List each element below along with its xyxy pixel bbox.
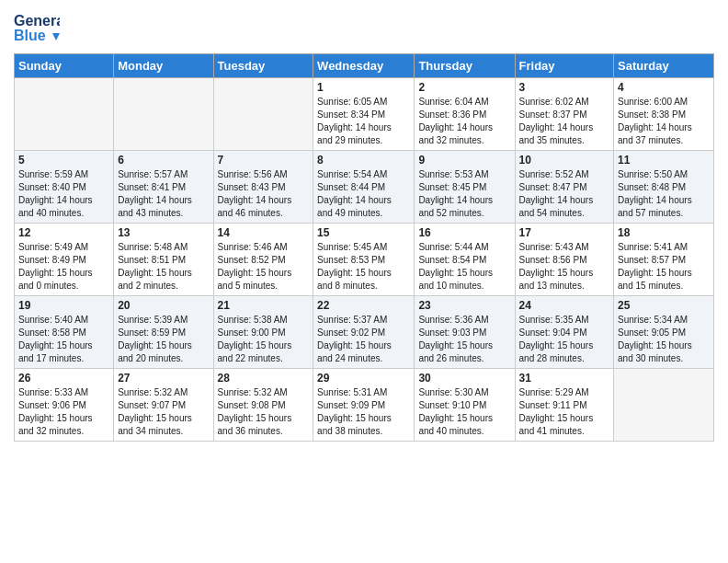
weekday-header-row: SundayMondayTuesdayWednesdayThursdayFrid… (15, 54, 714, 78)
calendar-cell: 6Sunrise: 5:57 AM Sunset: 8:41 PM Daylig… (114, 151, 213, 224)
calendar-cell (614, 369, 714, 442)
calendar-cell: 3Sunrise: 6:02 AM Sunset: 8:37 PM Daylig… (515, 78, 614, 151)
calendar-cell: 29Sunrise: 5:31 AM Sunset: 9:09 PM Dayli… (313, 369, 415, 442)
svg-text:Blue: Blue (14, 28, 46, 43)
calendar-cell: 25Sunrise: 5:34 AM Sunset: 9:05 PM Dayli… (614, 296, 714, 369)
day-number: 29 (317, 372, 410, 385)
weekday-header-monday: Monday (114, 54, 213, 78)
cell-info: Sunrise: 6:05 AM Sunset: 8:34 PM Dayligh… (317, 96, 410, 147)
calendar-cell (15, 78, 114, 151)
calendar-cell: 26Sunrise: 5:33 AM Sunset: 9:06 PM Dayli… (15, 369, 114, 442)
cell-info: Sunrise: 5:48 AM Sunset: 8:51 PM Dayligh… (118, 241, 209, 293)
calendar-cell: 9Sunrise: 5:53 AM Sunset: 8:45 PM Daylig… (415, 151, 515, 224)
cell-info: Sunrise: 5:57 AM Sunset: 8:41 PM Dayligh… (118, 168, 209, 220)
day-number: 19 (18, 299, 109, 312)
day-number: 21 (218, 299, 310, 312)
cell-info: Sunrise: 5:35 AM Sunset: 9:04 PM Dayligh… (519, 314, 610, 365)
day-number: 27 (118, 372, 209, 385)
calendar-cell: 17Sunrise: 5:43 AM Sunset: 8:56 PM Dayli… (515, 224, 614, 296)
calendar-cell: 22Sunrise: 5:37 AM Sunset: 9:02 PM Dayli… (313, 296, 415, 369)
calendar-cell: 21Sunrise: 5:38 AM Sunset: 9:00 PM Dayli… (213, 296, 313, 369)
cell-info: Sunrise: 5:32 AM Sunset: 9:08 PM Dayligh… (218, 386, 310, 438)
calendar-cell: 14Sunrise: 5:46 AM Sunset: 8:52 PM Dayli… (213, 224, 313, 296)
calendar-cell: 27Sunrise: 5:32 AM Sunset: 9:07 PM Dayli… (114, 369, 213, 442)
cell-info: Sunrise: 5:50 AM Sunset: 8:48 PM Dayligh… (618, 168, 710, 220)
day-number: 16 (418, 226, 510, 239)
weekday-header-wednesday: Wednesday (313, 54, 415, 78)
day-number: 17 (519, 226, 610, 239)
cell-info: Sunrise: 5:32 AM Sunset: 9:07 PM Dayligh… (118, 386, 209, 438)
cell-info: Sunrise: 6:04 AM Sunset: 8:36 PM Dayligh… (418, 96, 510, 147)
cell-info: Sunrise: 5:36 AM Sunset: 9:03 PM Dayligh… (418, 314, 510, 365)
cell-info: Sunrise: 5:37 AM Sunset: 9:02 PM Dayligh… (317, 314, 410, 365)
weekday-header-thursday: Thursday (415, 54, 515, 78)
day-number: 1 (317, 81, 410, 94)
day-number: 5 (18, 154, 109, 167)
day-number: 3 (519, 81, 610, 94)
cell-info: Sunrise: 6:00 AM Sunset: 8:38 PM Dayligh… (618, 96, 710, 147)
calendar-cell: 20Sunrise: 5:39 AM Sunset: 8:59 PM Dayli… (114, 296, 213, 369)
day-number: 9 (418, 154, 510, 167)
day-number: 28 (218, 372, 310, 385)
calendar-cell: 2Sunrise: 6:04 AM Sunset: 8:36 PM Daylig… (415, 78, 515, 151)
weekday-header-saturday: Saturday (614, 54, 714, 78)
calendar-cell: 31Sunrise: 5:29 AM Sunset: 9:11 PM Dayli… (515, 369, 614, 442)
calendar-cell: 7Sunrise: 5:56 AM Sunset: 8:43 PM Daylig… (213, 151, 313, 224)
calendar-cell (213, 78, 313, 151)
day-number: 15 (317, 226, 410, 239)
day-number: 22 (317, 299, 410, 312)
week-row-2: 12Sunrise: 5:49 AM Sunset: 8:49 PM Dayli… (15, 224, 714, 296)
calendar-cell: 13Sunrise: 5:48 AM Sunset: 8:51 PM Dayli… (114, 224, 213, 296)
cell-info: Sunrise: 5:53 AM Sunset: 8:45 PM Dayligh… (418, 168, 510, 220)
cell-info: Sunrise: 5:33 AM Sunset: 9:06 PM Dayligh… (18, 386, 109, 438)
day-number: 25 (618, 299, 710, 312)
week-row-4: 26Sunrise: 5:33 AM Sunset: 9:06 PM Dayli… (15, 369, 714, 442)
day-number: 10 (519, 154, 610, 167)
calendar-cell: 16Sunrise: 5:44 AM Sunset: 8:54 PM Dayli… (415, 224, 515, 296)
calendar-cell: 24Sunrise: 5:35 AM Sunset: 9:04 PM Dayli… (515, 296, 614, 369)
weekday-header-sunday: Sunday (15, 54, 114, 78)
calendar-cell: 19Sunrise: 5:40 AM Sunset: 8:58 PM Dayli… (15, 296, 114, 369)
calendar-cell: 8Sunrise: 5:54 AM Sunset: 8:44 PM Daylig… (313, 151, 415, 224)
logo: General Blue (14, 9, 63, 46)
day-number: 20 (118, 299, 209, 312)
week-row-3: 19Sunrise: 5:40 AM Sunset: 8:58 PM Dayli… (15, 296, 714, 369)
cell-info: Sunrise: 5:54 AM Sunset: 8:44 PM Dayligh… (317, 168, 410, 220)
svg-marker-2 (52, 33, 60, 40)
calendar-cell (114, 78, 213, 151)
day-number: 7 (218, 154, 310, 167)
day-number: 30 (418, 372, 510, 385)
calendar-cell: 18Sunrise: 5:41 AM Sunset: 8:57 PM Dayli… (614, 224, 714, 296)
cell-info: Sunrise: 5:41 AM Sunset: 8:57 PM Dayligh… (618, 241, 710, 293)
calendar-cell: 11Sunrise: 5:50 AM Sunset: 8:48 PM Dayli… (614, 151, 714, 224)
day-number: 23 (418, 299, 510, 312)
day-number: 31 (519, 372, 610, 385)
cell-info: Sunrise: 5:38 AM Sunset: 9:00 PM Dayligh… (218, 314, 310, 365)
calendar: SundayMondayTuesdayWednesdayThursdayFrid… (14, 53, 714, 442)
header: General Blue (14, 9, 714, 46)
cell-info: Sunrise: 5:49 AM Sunset: 8:49 PM Dayligh… (18, 241, 109, 293)
cell-info: Sunrise: 5:46 AM Sunset: 8:52 PM Dayligh… (218, 241, 310, 293)
cell-info: Sunrise: 5:45 AM Sunset: 8:53 PM Dayligh… (317, 241, 410, 293)
cell-info: Sunrise: 5:30 AM Sunset: 9:10 PM Dayligh… (418, 386, 510, 438)
page: General Blue SundayMondayTuesdayWednesda… (0, 0, 728, 451)
calendar-cell: 1Sunrise: 6:05 AM Sunset: 8:34 PM Daylig… (313, 78, 415, 151)
day-number: 12 (18, 226, 109, 239)
cell-info: Sunrise: 5:40 AM Sunset: 8:58 PM Dayligh… (18, 314, 109, 365)
cell-info: Sunrise: 5:29 AM Sunset: 9:11 PM Dayligh… (519, 386, 610, 438)
day-number: 24 (519, 299, 610, 312)
week-row-1: 5Sunrise: 5:59 AM Sunset: 8:40 PM Daylig… (15, 151, 714, 224)
day-number: 11 (618, 154, 710, 167)
day-number: 4 (618, 81, 710, 94)
weekday-header-tuesday: Tuesday (213, 54, 313, 78)
calendar-cell: 4Sunrise: 6:00 AM Sunset: 8:38 PM Daylig… (614, 78, 714, 151)
cell-info: Sunrise: 5:31 AM Sunset: 9:09 PM Dayligh… (317, 386, 410, 438)
cell-info: Sunrise: 5:39 AM Sunset: 8:59 PM Dayligh… (118, 314, 209, 365)
cell-info: Sunrise: 5:43 AM Sunset: 8:56 PM Dayligh… (519, 241, 610, 293)
calendar-cell: 10Sunrise: 5:52 AM Sunset: 8:47 PM Dayli… (515, 151, 614, 224)
cell-info: Sunrise: 5:52 AM Sunset: 8:47 PM Dayligh… (519, 168, 610, 220)
calendar-cell: 23Sunrise: 5:36 AM Sunset: 9:03 PM Dayli… (415, 296, 515, 369)
svg-text:General: General (14, 13, 60, 29)
cell-info: Sunrise: 5:59 AM Sunset: 8:40 PM Dayligh… (18, 168, 109, 220)
day-number: 8 (317, 154, 410, 167)
